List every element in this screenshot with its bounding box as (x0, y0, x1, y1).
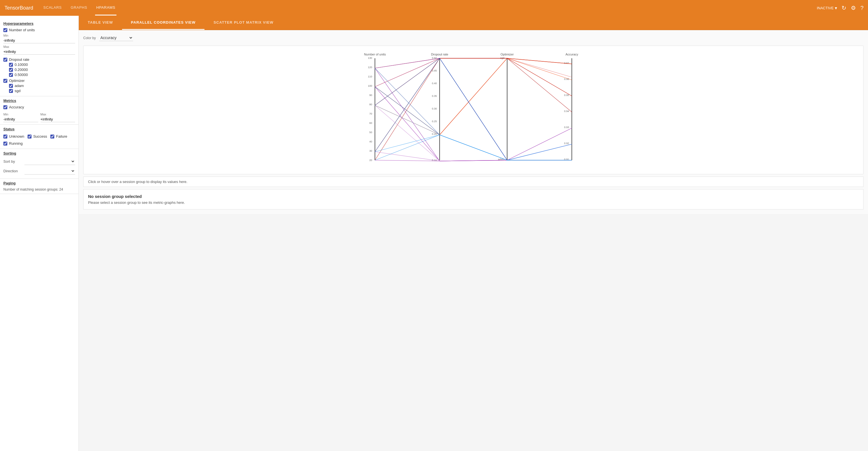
svg-text:120: 120 (368, 66, 372, 69)
layout: Hyperparameters Number of units Min Max … (0, 16, 868, 451)
checkbox-failure: Failure (50, 134, 67, 139)
checkbox-running-input[interactable] (3, 142, 7, 145)
main-view-content: Color by Accuracy Number of units Dropou… (79, 30, 868, 214)
svg-text:0.94: 0.94 (564, 110, 569, 113)
checkbox-dropout-rate-input[interactable] (3, 58, 7, 62)
checkbox-optimizer: Optimizer (3, 79, 75, 83)
checkbox-success-input[interactable] (28, 135, 31, 139)
svg-text:sgd: sgd (500, 57, 504, 59)
checkbox-dropout-05-input[interactable] (9, 73, 13, 77)
sidebar-paging: Paging Number of matching session groups… (0, 179, 79, 194)
metrics-title: Metrics (3, 98, 75, 103)
dropout-rate-label: Dropout rate (9, 57, 29, 62)
axis-label-optimizer: Optimizer (500, 53, 514, 56)
checkbox-unknown-input[interactable] (3, 135, 7, 139)
tab-parallel-coordinates[interactable]: PARALLEL COORDINATES VIEW (122, 16, 205, 30)
nav-graphs[interactable]: GRAPHS (69, 0, 88, 16)
min-label: Min (3, 34, 75, 37)
checkbox-dropout-05: 0.50000 (9, 73, 75, 77)
dropout-01-label: 0.10000 (14, 62, 28, 67)
color-by-select[interactable]: Accuracy (99, 35, 133, 41)
svg-text:80: 80 (369, 103, 372, 106)
success-label: Success (33, 134, 47, 139)
main-content: TABLE VIEW PARALLEL COORDINATES VIEW SCA… (79, 16, 868, 451)
info-text: Click or hover over a session group to d… (88, 179, 187, 184)
svg-text:60: 60 (369, 122, 372, 124)
direction-label: Direction (3, 169, 18, 173)
svg-text:50: 50 (369, 131, 372, 134)
checkbox-failure-input[interactable] (50, 135, 54, 139)
failure-label: Failure (56, 134, 67, 139)
help-icon[interactable]: ? (860, 5, 864, 11)
axis-label-units: Number of units (364, 53, 386, 56)
svg-text:0.20: 0.20 (432, 133, 437, 135)
accuracy-max-input[interactable] (40, 117, 75, 122)
checkbox-accuracy: Accuracy (3, 105, 75, 109)
svg-text:0.35: 0.35 (432, 94, 437, 97)
svg-text:40: 40 (369, 140, 372, 143)
axis-label-dropout: Dropout rate (431, 53, 448, 56)
svg-text:30: 30 (369, 149, 372, 152)
chart-svg: Number of units Dropout rate Optimizer A… (88, 50, 859, 169)
svg-text:110: 110 (368, 75, 372, 78)
checkbox-optimizer-input[interactable] (3, 79, 7, 83)
session-detail-subtitle: Please select a session group to see its… (88, 200, 859, 205)
status-title: Status (3, 127, 75, 131)
nav-scalars[interactable]: SCALARS (42, 0, 63, 16)
info-bar: Click or hover over a session group to d… (83, 176, 864, 187)
settings-icon[interactable]: ⚙ (851, 4, 856, 11)
number-of-units-max-input[interactable] (3, 49, 75, 55)
session-detail: No session group selected Please select … (83, 189, 864, 209)
app-logo: TensorBoard (4, 5, 33, 11)
checkbox-dropout-01: 0.10000 (9, 62, 75, 67)
color-by-row: Color by Accuracy (83, 35, 864, 41)
svg-text:0.92: 0.92 (564, 142, 569, 145)
dropout-02-label: 0.20000 (14, 67, 28, 72)
svg-text:20: 20 (369, 159, 372, 162)
chevron-down-icon[interactable]: ▾ (835, 5, 837, 11)
sidebar-metrics: Metrics Accuracy Min Max (0, 96, 79, 125)
sort-by-row: Sort by (3, 158, 75, 165)
accuracy-max-label: Max (40, 113, 75, 116)
checkbox-dropout-02-input[interactable] (9, 68, 13, 72)
checkbox-sgd-input[interactable] (9, 89, 13, 93)
nav-hparams[interactable]: HPARAMS (95, 0, 117, 16)
svg-text:90: 90 (369, 94, 372, 96)
svg-text:0.95: 0.95 (564, 94, 569, 96)
sort-by-select[interactable] (25, 158, 75, 165)
parallel-coordinates-chart: Number of units Dropout rate Optimizer A… (83, 46, 864, 174)
accuracy-max-group: Max (40, 111, 75, 122)
header-right: INACTIVE ▾ ↻ ⚙ ? (817, 4, 864, 11)
checkbox-running: Running (3, 141, 23, 145)
tab-scatter-plot[interactable]: SCATTER PLOT MATRIX VIEW (205, 16, 282, 30)
number-of-units-min-input[interactable] (3, 38, 75, 44)
checkbox-adam: adam (9, 84, 75, 88)
axis-label-accuracy: Accuracy (565, 53, 578, 56)
sidebar-sorting: Sorting Sort by Direction (0, 149, 79, 179)
accuracy-label: Accuracy (9, 105, 24, 109)
svg-text:0.30: 0.30 (432, 107, 437, 110)
svg-text:0.25: 0.25 (432, 120, 437, 123)
number-of-units-label: Number of units (9, 28, 35, 32)
tab-table-view[interactable]: TABLE VIEW (79, 16, 122, 30)
svg-text:0.45: 0.45 (432, 69, 437, 72)
checkbox-number-of-units-input[interactable] (3, 28, 7, 32)
svg-text:100: 100 (368, 84, 372, 87)
svg-text:130: 130 (368, 57, 372, 59)
sgd-label: sgd (14, 89, 21, 93)
checkbox-adam-input[interactable] (9, 84, 13, 88)
accuracy-min-input[interactable] (3, 117, 38, 122)
sidebar: Hyperparameters Number of units Min Max … (0, 16, 79, 451)
status-display: INACTIVE ▾ (817, 5, 837, 11)
optimizer-label: Optimizer (9, 79, 25, 83)
direction-select[interactable] (25, 167, 75, 174)
checkbox-unknown: Unknown (3, 134, 24, 139)
direction-row: Direction (3, 167, 75, 174)
checkbox-sgd: sgd (9, 89, 75, 93)
svg-text:0.93: 0.93 (564, 126, 569, 129)
refresh-icon[interactable]: ↻ (842, 4, 846, 11)
checkbox-dropout-01-input[interactable] (9, 63, 13, 67)
status-text: INACTIVE (817, 6, 834, 10)
session-detail-title: No session group selected (88, 194, 859, 199)
checkbox-accuracy-input[interactable] (3, 105, 7, 109)
